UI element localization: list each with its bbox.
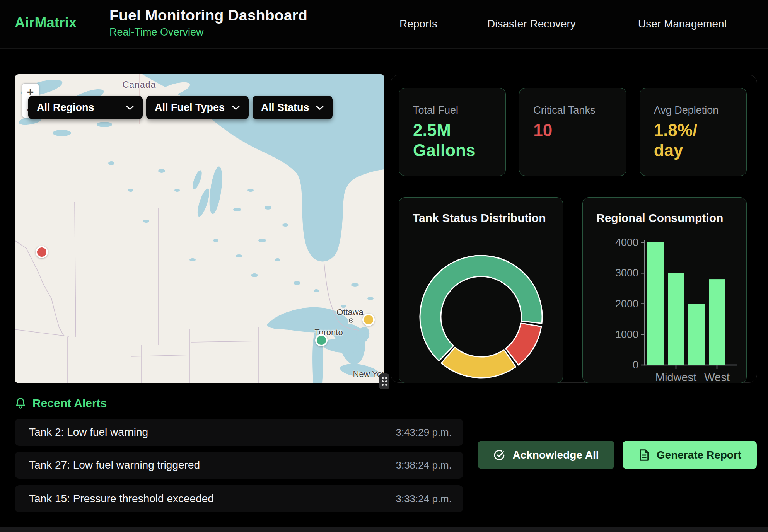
stat-card-critical-tanks: Critical Tanks 10 xyxy=(519,88,626,176)
nav-reports[interactable]: Reports xyxy=(399,18,437,30)
stat-card-total-fuel: Total Fuel 2.5M Gallons xyxy=(399,88,506,176)
region-filter-value: All Regions xyxy=(37,102,94,114)
grip-dots-icon[interactable] xyxy=(379,373,389,389)
alert-row: Tank 15: Pressure threshold exceeded 3:3… xyxy=(15,485,463,512)
region-filter-select[interactable]: All Regions xyxy=(28,96,143,119)
stat-value: 2.5M Gallons xyxy=(413,120,505,160)
nav-user-management[interactable]: User Management xyxy=(638,18,727,30)
charts-row: Tank Status Distribution Regional Consum… xyxy=(399,197,747,383)
regional-consumption-chart-card: Regional Consumption 01000200030004000Mi… xyxy=(582,197,747,383)
svg-text:4000: 4000 xyxy=(615,237,638,248)
stats-row: Total Fuel 2.5M Gallons Critical Tanks 1… xyxy=(399,88,747,176)
stat-card-avg-depletion: Avg Depletion 1.8%/ day xyxy=(640,88,747,176)
alert-row: Tank 27: Low fuel warning triggered 3:38… xyxy=(15,452,463,479)
map-marker-warning[interactable] xyxy=(362,314,375,326)
document-icon xyxy=(638,449,650,461)
bottom-strip xyxy=(0,527,768,532)
generate-report-button[interactable]: Generate Report xyxy=(623,441,757,469)
svg-text:West: West xyxy=(704,371,730,383)
alert-timestamp: 3:33:24 p.m. xyxy=(396,493,452,505)
map-panel[interactable]: Canada Ottawa Toronto New York + − All R… xyxy=(15,74,384,383)
header: AirMatrix Fuel Monitoring Dashboard Real… xyxy=(0,0,768,49)
map-marker-critical[interactable] xyxy=(36,246,48,258)
alert-timestamp: 3:38:24 p.m. xyxy=(396,459,452,471)
bar-1 xyxy=(668,273,684,365)
chevron-down-icon xyxy=(232,105,240,110)
alert-message: Tank 27: Low fuel warning triggered xyxy=(29,459,200,471)
svg-text:Midwest: Midwest xyxy=(655,371,696,383)
nav-disaster-recovery[interactable]: Disaster Recovery xyxy=(487,18,576,30)
donut-segment-warning xyxy=(441,347,516,378)
alerts-title: Recent Alerts xyxy=(32,397,107,410)
overview-panel: Total Fuel 2.5M Gallons Critical Tanks 1… xyxy=(391,75,757,383)
stat-value: 10 xyxy=(533,120,626,140)
page-subtitle: Real-Time Overview xyxy=(109,26,307,38)
chevron-down-icon xyxy=(126,105,134,110)
fuel-monitoring-dashboard: AirMatrix Fuel Monitoring Dashboard Real… xyxy=(0,0,768,532)
tank-status-chart-card: Tank Status Distribution xyxy=(399,197,563,383)
stat-label: Critical Tanks xyxy=(533,104,626,116)
page-title: Fuel Monitoring Dashboard xyxy=(109,7,307,24)
stat-label: Total Fuel xyxy=(413,104,505,116)
donut-segment-critical xyxy=(505,323,541,365)
tank-status-donut-chart xyxy=(415,251,547,382)
chevron-down-icon xyxy=(316,105,324,110)
stat-value: 1.8%/ day xyxy=(654,120,746,160)
status-filter-value: All Status xyxy=(261,102,309,114)
check-circle-icon xyxy=(493,449,505,461)
acknowledge-all-button[interactable]: Acknowledge All xyxy=(478,441,614,469)
svg-text:0: 0 xyxy=(633,359,638,371)
svg-text:2000: 2000 xyxy=(615,298,638,310)
alert-message: Tank 2: Low fuel warning xyxy=(29,426,148,438)
bar-0 xyxy=(647,242,664,365)
svg-text:3000: 3000 xyxy=(615,267,638,279)
map-marker-normal[interactable] xyxy=(315,334,328,346)
map-label-canada: Canada xyxy=(123,80,156,90)
alert-timestamp: 3:43:29 p.m. xyxy=(396,426,452,438)
fuel-type-filter-select[interactable]: All Fuel Types xyxy=(146,96,249,119)
chart-title: Tank Status Distribution xyxy=(413,211,546,225)
alerts-header: Recent Alerts xyxy=(15,397,107,410)
map-label-ottawa: Ottawa xyxy=(336,307,364,317)
brand-logo: AirMatrix xyxy=(15,15,77,31)
status-filter-select[interactable]: All Status xyxy=(253,96,333,119)
town-dot-icon xyxy=(349,319,353,322)
chart-title: Regional Consumption xyxy=(596,211,723,225)
alert-row: Tank 2: Low fuel warning 3:43:29 p.m. xyxy=(15,419,463,446)
regional-consumption-bar-chart: 01000200030004000MidwestWest xyxy=(591,230,740,383)
alert-message: Tank 15: Pressure threshold exceeded xyxy=(29,493,214,505)
bell-icon xyxy=(15,397,26,410)
fuel-type-filter-value: All Fuel Types xyxy=(155,102,225,114)
svg-text:1000: 1000 xyxy=(615,329,638,340)
bar-3 xyxy=(709,279,725,365)
bar-2 xyxy=(688,304,705,365)
stat-label: Avg Depletion xyxy=(654,104,746,116)
